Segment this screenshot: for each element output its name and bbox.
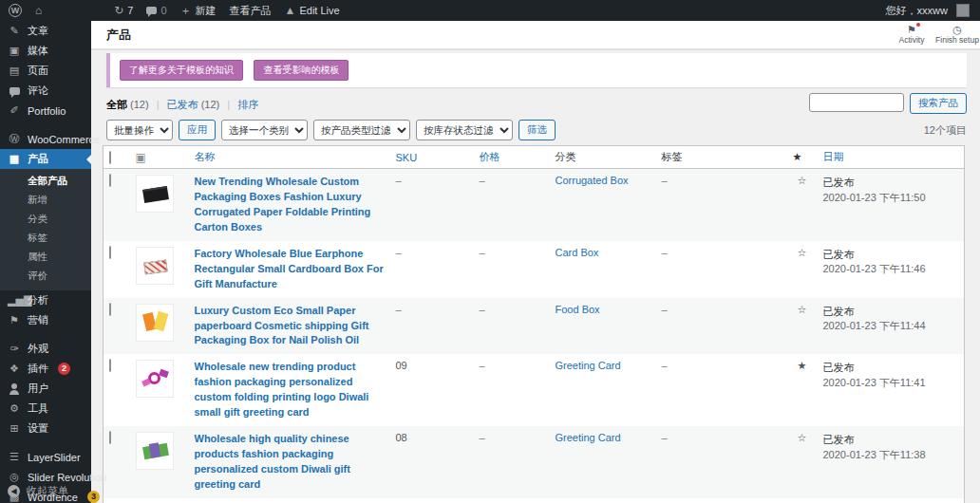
featured-star-toggle[interactable]: ☆: [787, 241, 818, 298]
sidebar-item-appearance[interactable]: ✑ 外观: [0, 339, 91, 359]
submenu-add-new[interactable]: 新增: [0, 191, 91, 210]
sidebar-item-label: 插件: [28, 362, 48, 376]
sidebar-item-label: 营销: [28, 313, 48, 327]
product-title-link[interactable]: Luxury Custom Eco Small Paper paperboard…: [195, 305, 369, 346]
product-thumbnail[interactable]: [136, 432, 174, 470]
featured-star-toggle[interactable]: ☆: [787, 298, 818, 355]
sidebar-item-posts[interactable]: ✎ 文章: [0, 21, 91, 41]
updates-menu[interactable]: ↻ 7: [107, 0, 140, 21]
table-row: New Trending Wholesale Custom Packaging …: [104, 169, 965, 241]
sidebar-item-label: 页面: [28, 64, 48, 78]
new-content-menu[interactable]: ＋ 新建: [174, 0, 223, 21]
plugins-update-badge: 2: [58, 363, 70, 375]
table-row: Wholesale high quality chinese products …: [104, 498, 965, 503]
product-title-link[interactable]: Factory Wholesale Blue Earphone Rectangu…: [195, 248, 384, 289]
row-checkbox[interactable]: [109, 246, 111, 259]
featured-star-toggle[interactable]: ☆: [787, 169, 818, 241]
greeting-text: 您好，xxxww: [886, 4, 948, 18]
submenu-categories[interactable]: 分类: [0, 210, 91, 229]
sidebar-item-media[interactable]: ▣ 媒体: [0, 41, 91, 61]
category-link[interactable]: Card Box: [556, 247, 599, 258]
column-category: 分类: [550, 146, 656, 169]
new-content-label: 新建: [196, 4, 217, 18]
product-title-link[interactable]: Wholesale high quality chinese products …: [195, 433, 350, 490]
search-products-input[interactable]: [809, 93, 904, 112]
category-filter-select[interactable]: 选择一个类别: [221, 120, 308, 140]
submenu-reviews[interactable]: 评价: [0, 267, 91, 286]
category-link[interactable]: Corrugated Box: [556, 175, 629, 186]
row-checkbox[interactable]: [109, 359, 111, 372]
learn-more-templates-button[interactable]: 了解更多关于模板的知识: [120, 60, 243, 81]
sidebar-item-woocommerce[interactable]: Ⓦ WooCommerce: [0, 129, 91, 149]
product-thumbnail[interactable]: [136, 247, 174, 285]
view-published-link[interactable]: 已发布: [167, 99, 198, 110]
sidebar-item-pages[interactable]: ▤ 页面: [0, 61, 91, 81]
user-icon: [8, 382, 21, 396]
product-title-link[interactable]: Wholesale new trending product fashion p…: [195, 361, 369, 418]
submenu-attributes[interactable]: 属性: [0, 248, 91, 267]
view-affected-templates-button[interactable]: 查看受影响的模板: [254, 60, 349, 81]
product-thumbnail[interactable]: [136, 360, 174, 398]
column-featured[interactable]: ★: [787, 146, 818, 169]
column-name[interactable]: 名称: [189, 146, 390, 169]
row-checkbox[interactable]: [109, 431, 111, 444]
table-row: Wholesale new trending product fashion p…: [104, 354, 965, 426]
admin-sidebar: ✎ 文章 ▣ 媒体 ▤ 页面 评论 ✐ Portfolio Ⓦ WooComme…: [0, 21, 91, 503]
wordpress-logo-menu[interactable]: W: [0, 0, 28, 21]
updates-count: 7: [127, 5, 133, 16]
sidebar-item-comments[interactable]: 评论: [0, 81, 91, 101]
product-title-link[interactable]: New Trending Wholesale Custom Packaging …: [195, 176, 371, 233]
layers-icon: ☰: [8, 451, 21, 463]
row-checkbox[interactable]: [109, 174, 111, 187]
edit-live-menu[interactable]: ▲ Edit Live: [278, 0, 347, 21]
comments-icon: [8, 85, 21, 97]
collapse-menu-button[interactable]: ◀ 收起菜单: [0, 481, 91, 501]
product-type-filter-select[interactable]: 按产品类型过滤: [313, 120, 410, 140]
sidebar-item-analytics[interactable]: ▂▅▇ 分析: [0, 290, 91, 310]
category-link[interactable]: Greeting Card: [556, 360, 621, 371]
bulk-actions-select[interactable]: 批量操作: [106, 120, 173, 140]
sidebar-item-products[interactable]: ▦ 产品: [0, 149, 91, 169]
apply-button[interactable]: 应用: [179, 120, 216, 140]
sidebar-item-settings[interactable]: ⊞ 设置: [0, 419, 91, 438]
activity-tab[interactable]: ⚑ Activity: [889, 21, 934, 49]
comments-menu[interactable]: 0: [140, 0, 173, 21]
sidebar-item-tools[interactable]: ⚙ 工具: [0, 399, 91, 419]
featured-star-toggle[interactable]: ★: [787, 354, 818, 426]
finish-setup-tab[interactable]: ◷ Finish setup: [934, 21, 980, 49]
sidebar-item-label: 分析: [28, 293, 48, 307]
woocommerce-icon: Ⓦ: [8, 132, 21, 146]
filter-button[interactable]: 筛选: [518, 120, 556, 140]
product-thumbnail[interactable]: [136, 304, 174, 342]
sidebar-item-label: 评论: [28, 84, 48, 98]
product-thumbnail[interactable]: [136, 175, 174, 213]
sidebar-item-label: 外观: [28, 342, 48, 356]
sidebar-item-plugins[interactable]: ❖ 插件 2: [0, 359, 91, 379]
row-checkbox[interactable]: [109, 303, 111, 316]
table-row: Factory Wholesale Blue Earphone Rectangu…: [104, 241, 965, 298]
column-price[interactable]: 价格: [474, 146, 550, 169]
category-link[interactable]: Greeting Card: [556, 432, 621, 443]
sidebar-item-portfolio[interactable]: ✐ Portfolio: [0, 101, 91, 121]
featured-star-toggle[interactable]: ☆: [787, 426, 818, 498]
pages-icon: ▤: [8, 65, 21, 77]
stock-status-filter-select[interactable]: 按库存状态过滤: [416, 120, 513, 140]
submenu-all-products[interactable]: 全部产品: [0, 172, 91, 191]
column-sku[interactable]: SKU: [390, 146, 474, 169]
site-home-link[interactable]: ⌂: [28, 0, 48, 21]
search-products-button[interactable]: 搜索产品: [910, 93, 967, 114]
submenu-tags[interactable]: 标签: [0, 229, 91, 248]
featured-star-toggle[interactable]: ☆: [787, 498, 818, 503]
category-link[interactable]: Food Box: [556, 304, 600, 315]
table-nav: 批量操作 应用 选择一个类别 按产品类型过滤 按库存状态过滤 筛选 12个项目: [106, 120, 967, 140]
account-menu[interactable]: 您好，xxxww: [879, 0, 980, 21]
sidebar-item-layerslider[interactable]: ☰ LayerSlider: [0, 447, 91, 467]
select-all-checkbox[interactable]: [109, 151, 111, 164]
column-date[interactable]: 日期: [818, 146, 965, 169]
view-sorting-link[interactable]: 排序: [237, 99, 258, 110]
settings-sliders-icon: ⊞: [8, 422, 21, 435]
sidebar-item-marketing[interactable]: ⚑ 营销: [0, 310, 91, 330]
view-product-link[interactable]: 查看产品: [223, 0, 278, 21]
view-all-link[interactable]: 全部: [106, 99, 127, 110]
sidebar-item-users[interactable]: 用户: [0, 379, 91, 399]
